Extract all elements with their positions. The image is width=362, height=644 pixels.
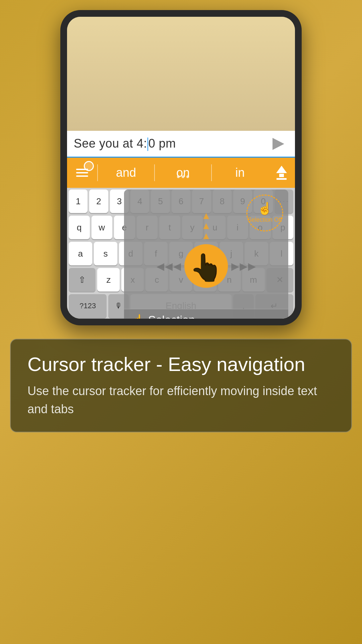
upload-bar — [279, 174, 284, 177]
dot-2 — [182, 175, 184, 178]
send-icon — [273, 138, 284, 150]
dots-indicator — [177, 175, 189, 178]
right-arrows: ▶ ▶ ▶ — [231, 260, 256, 272]
upload-icon — [276, 166, 287, 180]
selection-label-icon: ☝ — [131, 314, 144, 319]
left-arrows: ◀ ◀ ◀ — [157, 260, 181, 272]
screen-background — [67, 17, 295, 131]
nav-up-arrows: ▲ ▲ ▲ — [201, 211, 211, 241]
info-card: Cursor tracker - Easy navigation Use the… — [10, 339, 352, 432]
suggestions-bar: and on in — [67, 158, 295, 188]
key-w[interactable]: w — [92, 216, 113, 239]
suggestion-and[interactable]: and — [98, 166, 154, 180]
dot-3 — [186, 175, 189, 178]
text-cursor — [147, 138, 148, 151]
upload-base — [277, 178, 287, 180]
upload-arrow — [276, 166, 287, 173]
hand-circle[interactable]: 👆 — [184, 244, 228, 288]
phone-shell: See you at 4:0 pm and — [60, 10, 302, 325]
phone-screen: See you at 4:0 pm and — [67, 17, 295, 319]
tracker-nav-area[interactable]: ☝ Selection Off ▲ ▲ ▲ — [124, 190, 288, 309]
selection-finger-icon: ☝ — [257, 203, 273, 215]
suggestion-on[interactable]: on — [155, 166, 211, 180]
menu-line-2 — [76, 172, 88, 173]
up-arrows-row-2: ▲ — [201, 221, 211, 231]
selection-off-text: Selection Off — [248, 216, 282, 223]
nav-lr-area: ◀ ◀ ◀ 👆 ▶ ▶ ▶ — [157, 244, 256, 288]
dot-1 — [177, 175, 180, 178]
selection-label-text: Selection — [148, 313, 195, 319]
suggestion-in[interactable]: in — [212, 166, 268, 180]
hand-icon: 👆 — [189, 252, 223, 283]
key-s[interactable]: s — [94, 242, 117, 265]
info-title: Cursor tracker - Easy navigation — [27, 353, 335, 375]
text-before-cursor: See you at 4: — [74, 137, 147, 150]
selection-off-badge[interactable]: ☝ Selection Off — [246, 195, 283, 231]
selection-label[interactable]: ☝ Selection — [124, 309, 288, 319]
text-input-field[interactable]: See you at 4:0 pm — [74, 137, 268, 151]
key-z[interactable]: z — [97, 268, 120, 291]
globe-icon — [84, 161, 94, 171]
info-description: Use the cursor tracker for efficiently m… — [27, 382, 335, 418]
send-button[interactable] — [268, 134, 288, 154]
menu-button[interactable] — [67, 158, 97, 188]
keyboard-area: 1 2 3 4 5 6 7 8 9 0 · · · q w e r t y u — [67, 188, 295, 319]
key-q[interactable]: q — [69, 216, 90, 239]
upload-button[interactable] — [268, 159, 295, 186]
text-after-cursor: 0 pm — [148, 137, 176, 150]
shift-key[interactable]: ⇧ — [69, 268, 96, 291]
suggestions-bar-wrapper: and on in — [67, 158, 295, 188]
text-input-bar: See you at 4:0 pm — [67, 131, 295, 158]
key-a[interactable]: a — [69, 242, 92, 265]
key-2[interactable]: 2 — [89, 190, 108, 213]
symbols-key[interactable]: ?123 — [69, 294, 107, 318]
cursor-tracker-overlay[interactable]: ☝ Selection Off ▲ ▲ ▲ — [124, 190, 288, 319]
key-1[interactable]: 1 — [69, 190, 87, 213]
up-arrows-row-3: ▲ — [201, 231, 211, 241]
up-arrows-row-1: ▲ — [201, 211, 211, 221]
menu-line-3 — [76, 175, 88, 177]
